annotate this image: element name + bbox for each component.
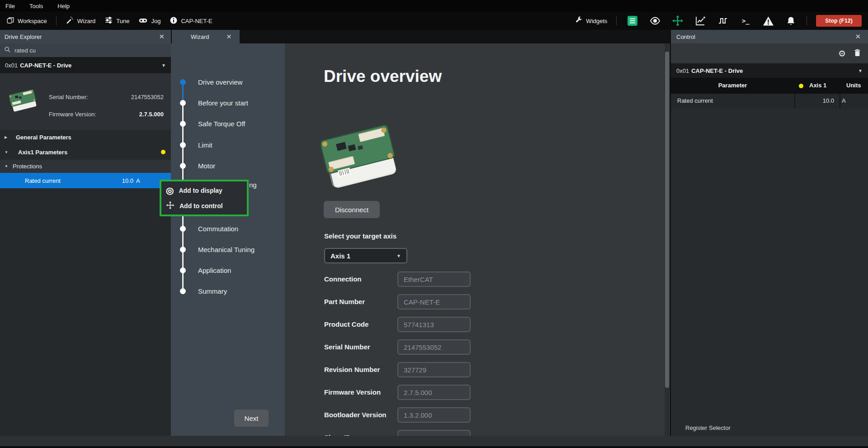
parameter-name: Rated current xyxy=(677,97,713,104)
step-mechanical-tuning[interactable]: Mechanical Tuning xyxy=(171,239,285,260)
parameter-value[interactable]: 10.0 xyxy=(797,97,834,104)
axis-dropdown[interactable]: Axis 1 ▼ xyxy=(324,248,407,263)
register-selector-label: Register Selector xyxy=(685,424,731,431)
menu-item-add-to-control[interactable]: Add to control xyxy=(161,198,247,214)
firmware-version-value: 2.7.5.000 xyxy=(139,111,164,118)
table-list-icon[interactable] xyxy=(626,14,639,27)
serial-number-field[interactable]: 2147553052 xyxy=(397,339,471,355)
column-units: Units xyxy=(846,82,861,89)
bootloader-version-field[interactable]: 1.3.2.000 xyxy=(397,407,471,423)
menu-file[interactable]: File xyxy=(5,3,15,10)
step-dot xyxy=(180,288,186,294)
device-prefix: 0x01 xyxy=(676,67,689,74)
wizard-button[interactable]: Wizard xyxy=(66,16,95,26)
close-icon[interactable]: ✕ xyxy=(853,33,863,41)
close-icon[interactable]: ✕ xyxy=(157,33,166,41)
tree-item-axis1-parameters[interactable]: ▼ Axis1 Parameters xyxy=(0,144,171,160)
warning-icon[interactable] xyxy=(761,14,775,27)
status-bar xyxy=(0,436,868,446)
axis-select-label: Select your target axis xyxy=(324,232,396,240)
step-drive-overview[interactable]: Drive overview xyxy=(171,71,285,92)
step-dot xyxy=(180,79,186,85)
control-panel-toolbar: ⚙ xyxy=(671,43,868,63)
stop-button[interactable]: Stop (F12) xyxy=(816,15,862,27)
connection-label: Connection xyxy=(324,275,362,283)
search-bar xyxy=(0,43,171,57)
part-number-field[interactable]: CAP-NET-E xyxy=(397,294,471,310)
step-application[interactable]: Application xyxy=(171,260,285,281)
context-menu: ◎ Add to display Add to control xyxy=(160,180,249,216)
gear-icon[interactable]: ⚙ xyxy=(838,49,846,58)
connection-field[interactable]: EtherCAT xyxy=(397,272,471,287)
drive-overview-content: Drive overview Disconnect Select your ta… xyxy=(285,43,670,436)
step-motor[interactable]: Motor xyxy=(171,155,285,176)
main-scrollbar-thumb[interactable] xyxy=(665,52,669,388)
step-limit[interactable]: Limit xyxy=(171,134,285,155)
trash-icon[interactable] xyxy=(854,49,861,58)
covered-step-label-fragment: ng xyxy=(249,181,257,189)
tab-strip: Wizard ✕ xyxy=(171,30,670,43)
column-parameter: Parameter xyxy=(671,82,794,89)
drive-info-box: Serial Number: 2147553052 Firmware Versi… xyxy=(0,73,171,130)
menu-help[interactable]: Help xyxy=(57,3,70,10)
step-summary[interactable]: Summary xyxy=(171,281,285,301)
tree-item-rated-current[interactable]: Rated current 10.0 A xyxy=(0,173,171,188)
disconnect-button[interactable]: Disconnect xyxy=(324,201,380,218)
drive-explorer-title: Drive Explorer xyxy=(5,33,42,40)
rated-current-units: A xyxy=(136,177,140,184)
move-icon[interactable] xyxy=(671,14,684,27)
device-selector[interactable]: 0x01 CAP-NET-E - Drive ▼ xyxy=(0,57,171,73)
toolbar-separator xyxy=(56,16,57,25)
column-axis1: Axis 1 xyxy=(809,82,826,89)
rated-current-value: 10.0 xyxy=(113,177,133,184)
eye-icon[interactable] xyxy=(648,14,662,27)
widgets-label: Widgets xyxy=(586,18,607,24)
close-icon[interactable]: ✕ xyxy=(226,33,231,40)
step-before-your-start[interactable]: Before your start xyxy=(171,92,285,113)
wrench-icon xyxy=(575,16,583,25)
tune-button[interactable]: Tune xyxy=(104,16,129,26)
bell-icon[interactable] xyxy=(784,14,797,27)
workspace-label: Workspace xyxy=(18,18,47,24)
control-panel: Control ✕ ⚙ 0x01 CAP-NET-E - Drive ▼ Par… xyxy=(671,30,868,436)
move-icon xyxy=(166,201,175,211)
device-info-button[interactable]: CAP-NET-E xyxy=(170,16,212,26)
step-safe-torque-off[interactable]: Safe Torque Off xyxy=(171,113,285,134)
jog-label: Jog xyxy=(151,18,160,24)
magic-wand-icon xyxy=(66,16,74,26)
toolbar: Workspace Wizard Tune xyxy=(0,12,868,30)
firmware-version-field[interactable]: 2.7.5.000 xyxy=(397,385,471,400)
revision-number-field[interactable]: 327729 xyxy=(397,362,471,377)
product-code-field[interactable]: 57741313 xyxy=(397,317,471,332)
step-dot xyxy=(180,121,186,127)
control-device-selector[interactable]: 0x01 CAP-NET-E - Drive ▼ xyxy=(671,63,868,78)
square-wave-icon[interactable] xyxy=(716,14,730,27)
menu-tools[interactable]: Tools xyxy=(29,3,43,10)
table-row-rated-current[interactable]: Rated current 10.0 A xyxy=(671,94,868,109)
jog-button[interactable]: Jog xyxy=(138,15,160,26)
slave-id-field[interactable]: 1 xyxy=(397,430,471,436)
bootloader-version-label: Bootloader Version xyxy=(324,411,387,419)
tree-item-protections[interactable]: ▼ Protections xyxy=(0,160,171,173)
modified-indicator-dot xyxy=(799,84,803,88)
next-button[interactable]: Next xyxy=(234,410,269,427)
line-chart-icon[interactable] xyxy=(693,14,707,27)
toolbar-separator xyxy=(616,16,617,25)
terminal-icon[interactable]: >_ xyxy=(739,14,752,27)
tab-wizard[interactable]: Wizard ✕ xyxy=(172,30,240,43)
device-name: CAP-NET-E - Drive xyxy=(20,62,71,69)
column-divider xyxy=(840,94,840,109)
serial-number-label: Serial Number xyxy=(324,343,370,351)
tree-item-general-parameters[interactable]: ▶ General Parameters xyxy=(0,130,171,144)
step-commutation[interactable]: Commutation xyxy=(171,218,285,239)
chevron-right-icon: ▶ xyxy=(5,135,7,139)
tune-label: Tune xyxy=(116,18,129,24)
info-icon xyxy=(170,16,178,26)
chevron-down-icon: ▼ xyxy=(5,150,8,154)
workspace-icon xyxy=(6,16,14,26)
menu-item-add-to-display[interactable]: ◎ Add to display xyxy=(161,183,247,198)
widgets-button[interactable]: Widgets xyxy=(575,16,607,25)
chevron-down-icon: ▼ xyxy=(5,164,8,168)
workspace-button[interactable]: Workspace xyxy=(6,16,47,26)
search-input[interactable] xyxy=(14,47,150,54)
